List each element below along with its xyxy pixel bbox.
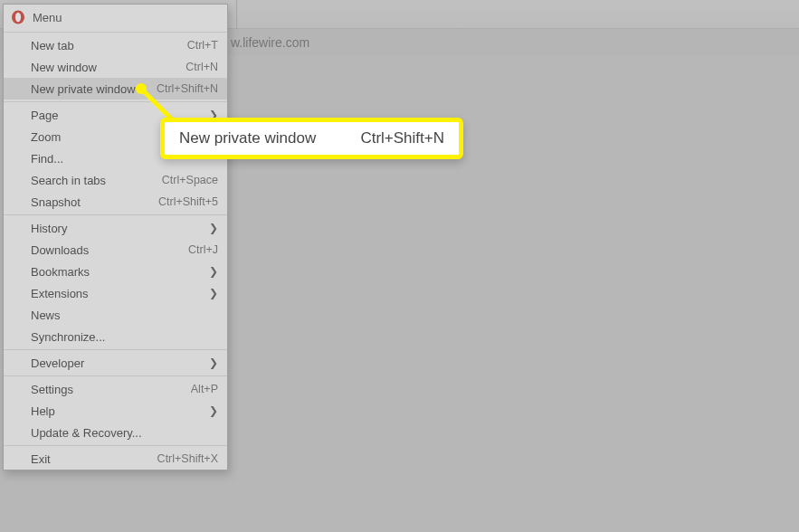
menu-item-label: Developer — [31, 356, 218, 370]
svg-point-1 — [15, 13, 21, 23]
menu-item-label: History — [31, 222, 218, 235]
menu-item-accel: Ctrl+T — [187, 39, 218, 52]
menu-item-label: Snapshot — [31, 195, 158, 209]
menu-header[interactable]: Menu — [4, 5, 227, 30]
menu-item-accel: Ctrl+Shift+X — [157, 452, 218, 465]
menu-item-news[interactable]: News — [4, 304, 227, 326]
menu-item-label: Search in tabs — [31, 174, 162, 187]
menu-item-accel: Ctrl+N — [185, 61, 218, 73]
menu-item-accel: Alt+P — [191, 383, 218, 395]
menu-item-settings[interactable]: Settings Alt+P — [4, 378, 227, 400]
menu-item-label: New tab — [31, 39, 187, 52]
chevron-right-icon: ❯ — [209, 356, 218, 369]
menu-item-label: Help — [31, 404, 218, 418]
callout-accel: Ctrl+Shift+N — [360, 129, 444, 147]
menu-item-new-private-window[interactable]: New private window Ctrl+Shift+N — [4, 78, 227, 100]
menu-item-label: Exit — [31, 452, 157, 466]
chevron-right-icon: ❯ — [209, 265, 218, 278]
menu-item-accel: Ctrl+Space — [162, 174, 218, 186]
chevron-right-icon: ❯ — [209, 222, 218, 234]
menu-separator — [4, 445, 227, 446]
menu-separator — [4, 214, 227, 215]
menu-item-label: Update & Recovery... — [31, 426, 218, 440]
menu-item-history[interactable]: History ❯ — [4, 217, 227, 239]
menu-item-accel: Ctrl+Shift+5 — [158, 195, 218, 208]
menu-item-synchronize[interactable]: Synchronize... — [4, 326, 227, 347]
menu-separator — [4, 349, 227, 350]
tab-divider — [236, 0, 237, 29]
menu-item-label: News — [31, 309, 218, 322]
menu-item-label: New window — [31, 61, 185, 74]
menu-item-accel: Ctrl+J — [188, 243, 218, 256]
menu-separator — [4, 101, 227, 102]
menu-item-label: Bookmarks — [31, 265, 218, 279]
menu-separator — [4, 32, 227, 33]
menu-item-label: Downloads — [31, 243, 188, 257]
menu-separator — [4, 375, 227, 376]
menu-item-snapshot[interactable]: Snapshot Ctrl+Shift+5 — [4, 191, 227, 213]
menu-item-accel: Ctrl+Shift+N — [157, 82, 218, 95]
menu-item-downloads[interactable]: Downloads Ctrl+J — [4, 239, 227, 261]
opera-logo-icon — [11, 10, 25, 24]
menu-item-new-tab[interactable]: New tab Ctrl+T — [4, 34, 227, 56]
annotation-callout: New private window Ctrl+Shift+N — [160, 118, 463, 159]
menu-item-exit[interactable]: Exit Ctrl+Shift+X — [4, 448, 227, 470]
menu-item-developer[interactable]: Developer ❯ — [4, 352, 227, 374]
menu-item-label: Extensions — [31, 287, 218, 300]
menu-item-label: New private window — [31, 82, 157, 96]
menu-item-bookmarks[interactable]: Bookmarks ❯ — [4, 261, 227, 282]
menu-item-extensions[interactable]: Extensions ❯ — [4, 282, 227, 304]
menu-item-search-in-tabs[interactable]: Search in tabs Ctrl+Space — [4, 169, 227, 191]
menu-item-new-window[interactable]: New window Ctrl+N — [4, 56, 227, 78]
opera-main-menu: Menu New tab Ctrl+T New window Ctrl+N Ne… — [3, 4, 228, 470]
chevron-right-icon: ❯ — [209, 287, 218, 299]
menu-item-label: Synchronize... — [31, 330, 218, 344]
menu-item-help[interactable]: Help ❯ — [4, 400, 227, 422]
callout-label: New private window — [179, 129, 360, 147]
menu-item-label: Settings — [31, 383, 191, 396]
url-fragment: w.lifewire.com — [231, 35, 309, 50]
menu-title: Menu — [33, 11, 62, 24]
chevron-right-icon: ❯ — [209, 404, 218, 417]
menu-item-update-recovery[interactable]: Update & Recovery... — [4, 422, 227, 443]
